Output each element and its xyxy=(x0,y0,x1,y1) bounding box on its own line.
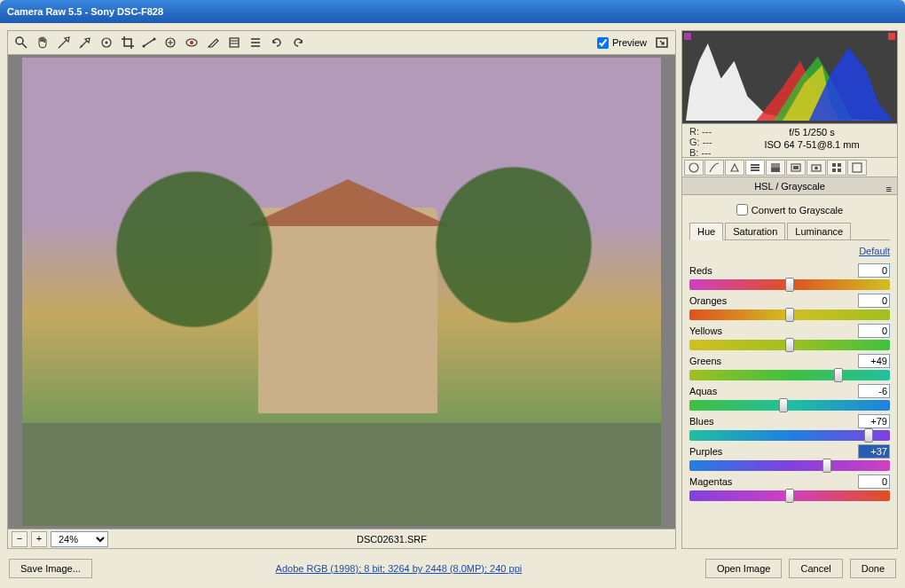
slider-row-magentas: Magentas0 xyxy=(689,474,890,501)
slider-value-input[interactable]: +79 xyxy=(858,414,890,428)
preview-checkbox[interactable]: Preview xyxy=(597,37,647,49)
default-link-row: Default xyxy=(689,246,890,256)
presets-panel-icon[interactable] xyxy=(827,160,846,176)
svg-rect-30 xyxy=(832,169,836,172)
svg-rect-11 xyxy=(230,38,239,47)
panel-tabs xyxy=(681,158,898,177)
preferences-icon[interactable] xyxy=(246,33,265,52)
slider-track[interactable] xyxy=(689,400,890,411)
slider-thumb[interactable] xyxy=(785,338,794,352)
svg-rect-29 xyxy=(838,163,841,167)
slider-value-input[interactable]: 0 xyxy=(858,263,890,278)
svg-line-5 xyxy=(144,39,154,46)
left-pane: Preview − + 24% DSC02631.SRF xyxy=(7,30,676,549)
basic-panel-icon[interactable] xyxy=(684,160,704,176)
save-image-button[interactable]: Save Image... xyxy=(9,559,92,578)
split-tone-panel-icon[interactable] xyxy=(766,160,785,176)
slider-value-input[interactable]: +37 xyxy=(858,444,890,459)
subtab-luminance[interactable]: Luminance xyxy=(787,223,851,239)
straighten-tool-icon[interactable] xyxy=(139,33,159,52)
camera-panel-icon[interactable] xyxy=(807,160,826,176)
open-image-button[interactable]: Open Image xyxy=(705,559,783,578)
exif-exposure: f/5 1/250 s xyxy=(734,126,890,138)
slider-track[interactable] xyxy=(689,370,890,380)
graduated-filter-tool-icon[interactable] xyxy=(224,33,244,52)
svg-point-7 xyxy=(153,38,156,41)
grayscale-checkbox[interactable] xyxy=(736,204,748,216)
crop-tool-icon[interactable] xyxy=(118,33,138,52)
slider-thumb[interactable] xyxy=(785,489,794,503)
slider-thumb[interactable] xyxy=(822,459,831,473)
window-title: Camera Raw 5.5 - Sony DSC-F828 xyxy=(7,6,163,17)
slider-row-yellows: Yellows0 xyxy=(689,324,890,350)
svg-point-2 xyxy=(81,45,83,47)
workflow-options-link[interactable]: Adobe RGB (1998); 8 bit; 3264 by 2448 (8… xyxy=(276,563,523,574)
default-link[interactable]: Default xyxy=(859,246,890,256)
slider-thumb[interactable] xyxy=(785,278,794,292)
panel-menu-icon[interactable]: ≡ xyxy=(886,180,892,198)
spot-removal-tool-icon[interactable] xyxy=(161,33,180,52)
color-sampler-tool-icon[interactable] xyxy=(75,33,95,52)
slider-row-purples: Purples+37 xyxy=(689,444,890,471)
zoom-tool-icon[interactable] xyxy=(12,33,31,52)
detail-panel-icon[interactable] xyxy=(725,160,744,176)
adjustment-brush-tool-icon[interactable] xyxy=(203,33,223,52)
slider-value-input[interactable]: 0 xyxy=(858,324,890,338)
targeted-adjustment-tool-icon[interactable] xyxy=(97,33,116,52)
slider-track[interactable] xyxy=(689,490,890,501)
panel-title: HSL / Grayscale ≡ xyxy=(681,177,898,195)
lens-panel-icon[interactable] xyxy=(786,160,806,176)
zoom-in-button[interactable]: + xyxy=(31,531,47,547)
svg-point-18 xyxy=(689,163,698,172)
svg-rect-23 xyxy=(771,168,780,172)
hand-tool-icon[interactable] xyxy=(33,33,52,52)
snapshots-panel-icon[interactable] xyxy=(847,160,867,176)
svg-rect-21 xyxy=(751,169,759,171)
slider-thumb[interactable] xyxy=(864,428,873,443)
svg-rect-25 xyxy=(793,166,799,169)
svg-line-1 xyxy=(22,43,27,48)
hsl-panel-icon[interactable] xyxy=(745,160,765,176)
exif-b: B: --- xyxy=(689,147,734,158)
slider-track[interactable] xyxy=(689,340,890,350)
slider-label: Oranges xyxy=(689,295,858,306)
slider-value-input[interactable]: +49 xyxy=(858,354,890,368)
slider-label: Yellows xyxy=(689,325,858,336)
tone-curve-panel-icon[interactable] xyxy=(704,160,724,176)
zoom-level-select[interactable]: 24% xyxy=(51,531,108,547)
slider-row-oranges: Oranges0 xyxy=(689,294,890,320)
red-eye-tool-icon[interactable] xyxy=(182,33,201,52)
slider-label: Reds xyxy=(689,265,858,276)
preview-label: Preview xyxy=(612,37,647,48)
slider-thumb[interactable] xyxy=(779,398,788,412)
zoom-out-button[interactable]: − xyxy=(12,531,28,547)
rotate-cw-icon[interactable] xyxy=(288,33,308,52)
slider-label: Purples xyxy=(689,446,858,457)
hsl-subtabs: Hue Saturation Luminance xyxy=(689,223,890,240)
slider-track[interactable] xyxy=(689,310,890,320)
toolbar: Preview xyxy=(7,30,676,55)
slider-value-input[interactable]: -6 xyxy=(858,384,890,398)
image-canvas[interactable] xyxy=(7,55,676,529)
fullscreen-toggle-icon[interactable] xyxy=(652,33,672,52)
slider-value-input[interactable]: 0 xyxy=(858,294,890,308)
slider-label: Blues xyxy=(689,416,858,427)
cancel-button[interactable]: Cancel xyxy=(789,559,842,578)
slider-track[interactable] xyxy=(689,430,890,441)
histogram[interactable] xyxy=(681,30,898,124)
slider-thumb[interactable] xyxy=(834,368,843,382)
svg-rect-19 xyxy=(751,164,759,166)
slider-track[interactable] xyxy=(689,279,890,290)
slider-thumb[interactable] xyxy=(785,308,794,322)
grayscale-label: Convert to Grayscale xyxy=(752,205,843,216)
subtab-saturation[interactable]: Saturation xyxy=(725,223,785,239)
white-balance-tool-icon[interactable] xyxy=(54,33,74,52)
slider-track[interactable] xyxy=(689,460,890,471)
svg-point-27 xyxy=(814,166,818,169)
rotate-ccw-icon[interactable] xyxy=(267,33,287,52)
done-button[interactable]: Done xyxy=(850,559,896,578)
slider-value-input[interactable]: 0 xyxy=(858,474,890,489)
svg-point-0 xyxy=(16,37,23,44)
subtab-hue[interactable]: Hue xyxy=(689,223,723,240)
preview-check-input[interactable] xyxy=(597,37,609,49)
